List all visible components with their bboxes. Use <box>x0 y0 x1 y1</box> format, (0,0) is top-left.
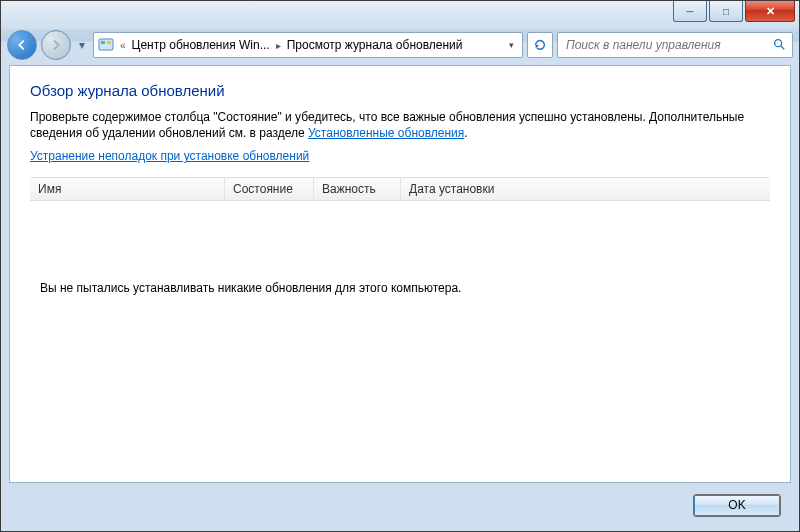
svg-line-4 <box>781 45 785 49</box>
empty-state-message: Вы не пытались устанавливать никакие обн… <box>30 201 770 305</box>
svg-point-3 <box>775 39 782 46</box>
navbar: ▾ « Центр обновления Win... ▸ Просмотр ж… <box>1 29 799 61</box>
column-header-status[interactable]: Состояние <box>225 178 314 200</box>
address-bar[interactable]: « Центр обновления Win... ▸ Просмотр жур… <box>93 32 523 58</box>
search-input[interactable] <box>564 37 772 53</box>
close-icon: ✕ <box>766 5 775 18</box>
page-description: Проверьте содержимое столбца "Состояние"… <box>30 109 770 141</box>
chevron-right-icon: ▸ <box>274 40 283 51</box>
column-header-importance[interactable]: Важность <box>314 178 401 200</box>
refresh-button[interactable] <box>527 32 553 58</box>
search-icon <box>772 37 786 54</box>
breadcrumb-root-chevron: « <box>118 40 128 51</box>
forward-button[interactable] <box>41 30 71 60</box>
page-title: Обзор журнала обновлений <box>30 82 770 99</box>
minimize-icon: ─ <box>686 6 693 17</box>
svg-rect-2 <box>107 41 111 44</box>
titlebar: ─ □ ✕ <box>1 1 799 29</box>
troubleshoot-link[interactable]: Устранение неполадок при установке обнов… <box>30 149 309 163</box>
maximize-icon: □ <box>723 6 729 17</box>
arrow-left-icon <box>15 38 29 52</box>
back-button[interactable] <box>7 30 37 60</box>
arrow-right-icon <box>49 38 63 52</box>
breadcrumb-item-2[interactable]: Просмотр журнала обновлений <box>287 38 463 52</box>
close-button[interactable]: ✕ <box>745 1 795 22</box>
maximize-button[interactable]: □ <box>709 1 743 22</box>
window: ─ □ ✕ ▾ « Центр обновления Win... ▸ Прос… <box>0 0 800 532</box>
recent-pages-dropdown[interactable]: ▾ <box>75 32 89 58</box>
refresh-icon <box>533 38 547 52</box>
ok-button[interactable]: OK <box>693 494 781 517</box>
footer: OK <box>9 487 791 523</box>
table-header: Имя Состояние Важность Дата установки <box>30 177 770 201</box>
installed-updates-link[interactable]: Установленные обновления <box>308 126 464 140</box>
desc-text-after: . <box>464 126 467 140</box>
minimize-button[interactable]: ─ <box>673 1 707 22</box>
window-controls: ─ □ ✕ <box>673 1 795 22</box>
svg-rect-0 <box>99 39 113 50</box>
svg-rect-1 <box>101 41 105 44</box>
column-header-name[interactable]: Имя <box>30 178 225 200</box>
search-box[interactable] <box>557 32 793 58</box>
column-header-date[interactable]: Дата установки <box>401 178 527 200</box>
control-panel-icon <box>98 37 114 53</box>
address-dropdown-icon[interactable]: ▾ <box>505 40 518 50</box>
content-panel: Обзор журнала обновлений Проверьте содер… <box>9 65 791 483</box>
breadcrumb-item-1[interactable]: Центр обновления Win... <box>132 38 270 52</box>
